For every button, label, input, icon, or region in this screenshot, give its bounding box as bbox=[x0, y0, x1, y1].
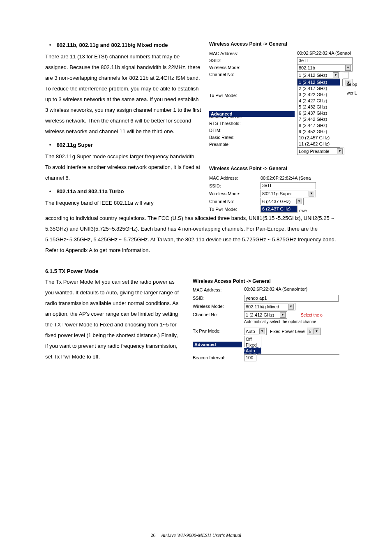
fig2-label-txpwr: Tx Pwr Mode: bbox=[209, 207, 261, 212]
fig1-ch-opt-6[interactable]: 6 (2.437 GHz) bbox=[297, 110, 340, 116]
fig1-ch-opt-9[interactable]: 9 (2.452 GHz) bbox=[297, 129, 340, 135]
fig1-ch-opt-2[interactable]: 2 (2.417 GHz) bbox=[297, 86, 340, 92]
fig3-ssid-input[interactable]: yendo ap1 bbox=[244, 295, 339, 302]
fig1-left-labels: MAC Address: SSID: Wireless Mode: Channe… bbox=[209, 50, 242, 148]
fig3-txpwr-opt-auto[interactable]: Auto bbox=[244, 347, 261, 354]
fig1-side1: he op bbox=[347, 81, 357, 88]
fig3-label-txpwr: Tx Pwr Mode: bbox=[193, 328, 244, 333]
fig3-txpwr-opt-fixed[interactable]: Fixed bbox=[244, 342, 261, 348]
fig2-ssid-input[interactable]: 3eTI bbox=[261, 182, 316, 189]
fig1-ch-opt-3[interactable]: 3 (2.422 GHz) bbox=[297, 92, 340, 98]
chevron-down-icon: ▼ bbox=[345, 65, 351, 71]
fig2-wmode-value: 802.11g Super bbox=[262, 190, 292, 197]
fig2-label-chno: Channel No: bbox=[209, 199, 261, 204]
fig1-ch-opt-1[interactable]: 1 (2.412 GHz) bbox=[297, 79, 340, 86]
fig1-chno-value: 1 (2.412 GHz) bbox=[299, 72, 327, 79]
fig1-title: Wireless Access Point -> General bbox=[209, 41, 353, 47]
para-80211g-super: The 802.11g Super mode occupies larger f… bbox=[45, 151, 201, 183]
chevron-down-icon: ▼ bbox=[333, 72, 339, 78]
manual-title: AirLive WH-9000-MESH User's Manual bbox=[161, 532, 242, 538]
fig1-label-basic: Basic Rates: bbox=[209, 134, 242, 141]
fig3-advanced-bar: Advanced bbox=[193, 342, 242, 347]
fig1-preamble-select[interactable]: Long Preamble ▼ bbox=[297, 148, 344, 155]
fig1-ssid-input[interactable]: 3eTI bbox=[297, 57, 353, 64]
figure-general-80211g-super: Wireless Access Point -> General MAC Add… bbox=[209, 166, 353, 213]
chevron-down-icon: ▼ bbox=[259, 328, 265, 334]
para-80211a-full: according to individual country regulati… bbox=[45, 213, 349, 256]
fig1-ch-opt-7[interactable]: 7 (2.442 GHz) bbox=[297, 116, 340, 123]
fig3-txpwr-select[interactable]: Auto ▼ bbox=[244, 328, 267, 335]
fig1-label-txpwr: Tx Pwr Mode: bbox=[209, 92, 242, 99]
fig1-advanced-bar: Advanced bbox=[209, 111, 295, 117]
para-txpower: The Tx Power Mode let you can set the ra… bbox=[45, 277, 181, 362]
fig3-wmode-value: 802.11b/g Mixed bbox=[246, 303, 279, 310]
fig2-label-ssid: SSID: bbox=[209, 183, 261, 188]
chevron-down-icon: ▼ bbox=[296, 199, 302, 204]
bullet-title-80211g-super: 802.11g Super bbox=[57, 142, 93, 148]
fig3-label-ssid: SSID: bbox=[193, 295, 244, 301]
fig1-channel-dropdown[interactable]: 1 (2.412 GHz) 2 (2.417 GHz) 3 (2.422 GHz… bbox=[297, 79, 340, 148]
bullet-dot: • bbox=[45, 188, 55, 194]
fig3-txpwr-options[interactable]: Off Fixed Auto bbox=[244, 336, 261, 354]
bullet-dot: • bbox=[45, 42, 55, 48]
bullet-title-80211a: 802.11a and 802.11a Turbo bbox=[57, 188, 124, 194]
fig3-chno-select[interactable]: 1 (2.412 GHz) ▼ bbox=[244, 311, 287, 319]
bullet-dot: • bbox=[45, 142, 55, 148]
para-80211a-start: The frequency band of IEEE 802.11a will … bbox=[45, 198, 201, 208]
fig3-auto-note: Automatically select the optimal channe bbox=[244, 319, 353, 324]
fig3-fixed-select[interactable]: 5 ▼ bbox=[307, 328, 321, 335]
fig2-side: owe bbox=[299, 208, 307, 213]
fig1-side2: wer L bbox=[347, 90, 357, 96]
fig3-mac-value: 00:02:6F:22:82:4A (SenaoInter) bbox=[244, 287, 307, 291]
bullet-80211g-super: • 802.11g Super bbox=[45, 142, 201, 148]
fig1-label-wmode: Wireless Mode: bbox=[209, 64, 242, 71]
fig3-fixed-label: Fixed Power Level bbox=[270, 329, 305, 334]
fig1-label-dtim: DTIM: bbox=[209, 127, 242, 134]
fig1-ch-opt-4[interactable]: 4 (2.427 GHz) bbox=[297, 98, 340, 104]
fig3-label-wmode: Wireless Mode: bbox=[193, 303, 244, 309]
chevron-down-icon: ▼ bbox=[314, 328, 319, 334]
fig1-checkbox[interactable] bbox=[343, 72, 348, 79]
fig1-label-rts: RTS Threshold: bbox=[209, 120, 242, 127]
fig3-title: Wireless Access Point -> General bbox=[193, 278, 353, 284]
fig2-ch-highlight[interactable]: 6 (2.437 GHz) bbox=[261, 206, 297, 212]
fig1-ch-opt-11[interactable]: 11 (2.462 GHz) bbox=[297, 141, 340, 147]
fig3-select-note: Select the o bbox=[301, 313, 323, 317]
heading-615: 6.1.5 TX Power Mode bbox=[45, 268, 353, 274]
fig1-label-ssid: SSID: bbox=[209, 57, 242, 64]
fig2-chno-value: 6 (2.437 GHz) bbox=[262, 198, 291, 205]
fig2-label-wmode: Wireless Mode: bbox=[209, 191, 261, 196]
fig1-ch-opt-10[interactable]: 10 (2.457 GHz) bbox=[297, 135, 340, 141]
chevron-down-icon: ▼ bbox=[280, 312, 286, 318]
bullet-80211bg: • 802.11b, 802.11g and 802.11b/g Mixed m… bbox=[45, 42, 201, 48]
bullet-80211a: • 802.11a and 802.11a Turbo bbox=[45, 188, 201, 194]
figure-general-80211b: Wireless Access Point -> General MAC Add… bbox=[209, 41, 353, 155]
fig1-wmode-select[interactable]: 802.11b ▼ bbox=[297, 64, 353, 72]
fig3-beacon-input[interactable]: 100 bbox=[244, 354, 256, 361]
fig2-label-mac: MAC Address: bbox=[209, 176, 261, 180]
fig2-chno-select[interactable]: 6 (2.437 GHz) ▼ bbox=[261, 198, 304, 205]
fig2-title: Wireless Access Point -> General bbox=[209, 166, 353, 171]
fig1-chno-select[interactable]: 1 (2.412 GHz) ▼ bbox=[297, 72, 340, 79]
page-number: 26 bbox=[151, 532, 156, 538]
fig3-label-beacon: Beacon Interval: bbox=[193, 354, 244, 360]
fig1-label-preamble: Preamble: bbox=[209, 141, 242, 148]
chevron-down-icon: ▼ bbox=[309, 191, 314, 197]
fig1-mac-value: 00:02:6F:22:82:4A (Senaol bbox=[297, 51, 351, 56]
bullet-title-80211bg: 802.11b, 802.11g and 802.11b/g Mixed mod… bbox=[57, 42, 168, 48]
fig2-ch-dropdown[interactable]: 6 (2.437 GHz) bbox=[261, 206, 297, 213]
fig3-wmode-select[interactable]: 802.11b/g Mixed ▼ bbox=[244, 303, 295, 310]
fig3-label-mac: MAC Address: bbox=[193, 287, 244, 292]
fig1-ch-opt-5[interactable]: 5 (2.432 GHz) bbox=[297, 104, 340, 110]
fig2-wmode-select[interactable]: 802.11g Super ▼ bbox=[261, 190, 316, 197]
fig1-wmode-value: 802.11b bbox=[299, 65, 315, 71]
page-footer: 26 AirLive WH-9000-MESH User's Manual bbox=[0, 532, 392, 539]
fig3-txpwr-opt-off[interactable]: Off bbox=[244, 336, 261, 342]
figure-general-txpower: Wireless Access Point -> General MAC Add… bbox=[193, 278, 353, 362]
fig2-mac-value: 00:02:6F:22:82:4A (Sena bbox=[261, 176, 311, 180]
fig1-label-mac: MAC Address: bbox=[209, 50, 242, 57]
fig3-label-chno: Channel No: bbox=[193, 311, 244, 317]
fig1-ch-opt-8[interactable]: 8 (2.447 GHz) bbox=[297, 123, 340, 129]
fig3-fixed-value: 5 bbox=[309, 328, 311, 335]
fig1-label-chno: Channel No: bbox=[209, 71, 242, 78]
